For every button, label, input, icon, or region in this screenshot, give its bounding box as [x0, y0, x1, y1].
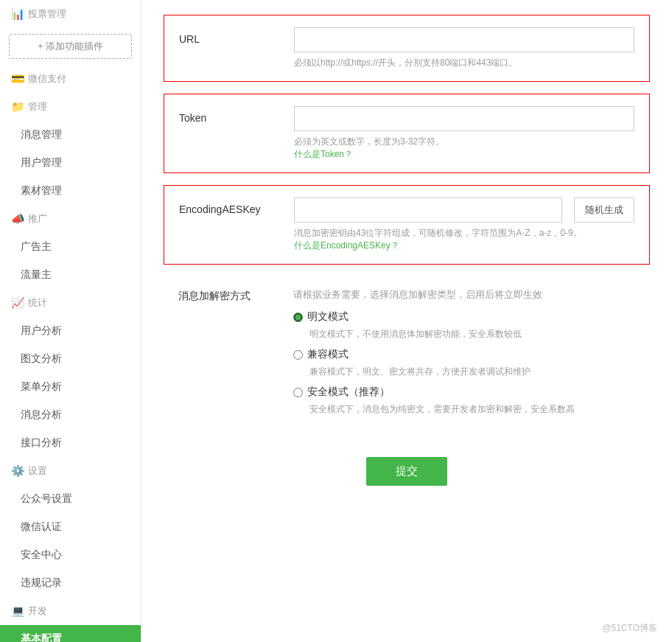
sidebar-section-develop: 💻 开发 [0, 597, 141, 625]
encrypt-label: 消息加解密方式 [178, 288, 281, 303]
encoding-field-wrap: 随机生成 消息加密密钥由43位字符组成，可随机修改，字符范围为A-Z，a-z，0… [294, 198, 634, 252]
radio-secure-label[interactable]: 安全模式（推荐） [307, 385, 390, 399]
encoding-hint: 消息加密密钥由43位字符组成，可随机修改，字符范围为A-Z，a-z，0-9。 什… [294, 227, 634, 252]
sidebar-promote-label: 推广 [28, 212, 47, 226]
footer-watermark: @51CTO博客 [602, 622, 657, 635]
token-label: Token [179, 106, 282, 124]
sidebar-wechat-pay-label: 微信支付 [28, 72, 66, 86]
sidebar-settings-label: 设置 [28, 464, 47, 478]
url-section: URL 必须以http://或https://开头，分别支持80端口和443端口… [164, 15, 650, 82]
sidebar-section-settings: ⚙️ 设置 [0, 457, 141, 485]
sidebar-section-wechat-pay: 💳 微信支付 [0, 65, 141, 93]
radio-compatible: 兼容模式 [293, 348, 635, 361]
encrypt-section: 消息加解密方式 请根据业务需要，选择消息加解密类型，启用后将立即生效 明文模式 … [164, 276, 650, 435]
encoding-link[interactable]: 什么是EncodingAESKey？ [294, 240, 399, 251]
settings-icon: ⚙️ [12, 465, 24, 477]
url-input[interactable] [294, 27, 634, 52]
token-section: Token 必须为英文或数字，长度为3-32字符。 什么是Token？ [164, 94, 650, 173]
sidebar-section-vote-label: 投票管理 [28, 7, 66, 21]
add-plugin-label: + 添加功能插件 [38, 41, 103, 52]
sidebar-item-user-manage[interactable]: 用户管理 [0, 149, 141, 177]
secure-hint: 安全模式下，消息包为纯密文，需要开发者加密和解密，安全系数高 [309, 403, 635, 416]
sidebar-item-violation[interactable]: 违规记录 [0, 569, 141, 597]
sidebar-item-account-settings[interactable]: 公众号设置 [0, 485, 141, 513]
url-label: URL [179, 27, 282, 45]
develop-icon: 💻 [12, 605, 24, 617]
sidebar-section-manage: 📁 管理 [0, 93, 141, 121]
add-plugin-button[interactable]: + 添加功能插件 [9, 34, 132, 59]
sidebar-item-api-analysis[interactable]: 接口分析 [0, 429, 141, 457]
vote-icon: 📊 [12, 8, 24, 20]
encrypt-desc: 请根据业务需要，选择消息加解密类型，启用后将立即生效 [293, 288, 635, 301]
sidebar-section-promote: 📣 推广 [0, 205, 141, 233]
radio-compatible-label[interactable]: 兼容模式 [307, 348, 349, 361]
sidebar-develop-label: 开发 [28, 604, 47, 618]
sidebar-manage-label: 管理 [28, 100, 47, 114]
token-hint: 必须为英文或数字，长度为3-32字符。 什么是Token？ [294, 136, 634, 161]
token-link[interactable]: 什么是Token？ [294, 149, 353, 159]
encrypt-options: 请根据业务需要，选择消息加解密类型，启用后将立即生效 明文模式 明文模式下，不使… [293, 288, 635, 423]
sidebar-item-msg-manage[interactable]: 消息管理 [0, 121, 141, 149]
encoding-row: EncodingAESKey 随机生成 消息加密密钥由43位字符组成，可随机修改… [179, 198, 634, 252]
encrypt-row: 消息加解密方式 请根据业务需要，选择消息加解密类型，启用后将立即生效 明文模式 … [178, 288, 635, 423]
sidebar-item-security[interactable]: 安全中心 [0, 541, 141, 569]
url-row: URL 必须以http://或https://开头，分别支持80端口和443端口… [179, 27, 634, 69]
radio-plaintext-label[interactable]: 明文模式 [307, 310, 349, 324]
encoding-input-row: 随机生成 [294, 198, 634, 223]
sidebar-item-advertiser[interactable]: 广告主 [0, 233, 141, 261]
sidebar: 📊 投票管理 + 添加功能插件 💳 微信支付 📁 管理 消息管理 用户管理 素材… [0, 0, 141, 642]
sidebar-section-vote: 📊 投票管理 [0, 0, 141, 28]
radio-plaintext-input[interactable] [293, 313, 303, 322]
plaintext-hint: 明文模式下，不使用消息体加解密功能，安全系数较低 [309, 328, 635, 341]
encoding-section: EncodingAESKey 随机生成 消息加密密钥由43位字符组成，可随机修改… [164, 185, 650, 265]
url-hint: 必须以http://或https://开头，分别支持80端口和443端口。 [294, 57, 634, 69]
sidebar-item-traffic[interactable]: 流量主 [0, 261, 141, 289]
token-row: Token 必须为英文或数字，长度为3-32字符。 什么是Token？ [179, 106, 634, 161]
sidebar-item-wechat-auth[interactable]: 微信认证 [0, 513, 141, 541]
encoding-input[interactable] [294, 198, 562, 223]
token-input[interactable] [294, 106, 634, 131]
radio-compatible-input[interactable] [293, 350, 303, 360]
random-generate-button[interactable]: 随机生成 [574, 198, 634, 223]
radio-secure: 安全模式（推荐） [293, 385, 635, 399]
sidebar-item-msg-analysis[interactable]: 消息分析 [0, 401, 141, 429]
sidebar-section-stats: 📈 统计 [0, 289, 141, 317]
stats-icon: 📈 [12, 297, 24, 309]
sidebar-stats-label: 统计 [28, 296, 47, 310]
wechat-pay-icon: 💳 [12, 73, 24, 85]
main-content: URL 必须以http://或https://开头，分别支持80端口和443端口… [141, 0, 672, 642]
promote-icon: 📣 [12, 213, 24, 225]
token-field-wrap: 必须为英文或数字，长度为3-32字符。 什么是Token？ [294, 106, 634, 161]
sidebar-item-menu-analysis[interactable]: 菜单分析 [0, 373, 141, 401]
radio-secure-input[interactable] [293, 388, 303, 397]
radio-plaintext: 明文模式 [293, 310, 635, 324]
submit-wrap: 提交 [164, 457, 650, 500]
submit-button[interactable]: 提交 [366, 457, 447, 486]
url-field-wrap: 必须以http://或https://开头，分别支持80端口和443端口。 [294, 27, 634, 69]
sidebar-item-basic-config[interactable]: 基本配置 [0, 625, 141, 642]
compatible-hint: 兼容模式下，明文、密文将共存，方便开发者调试和维护 [309, 366, 635, 378]
sidebar-item-user-analysis[interactable]: 用户分析 [0, 317, 141, 345]
sidebar-item-material-manage[interactable]: 素材管理 [0, 177, 141, 205]
manage-icon: 📁 [12, 101, 24, 113]
encoding-label: EncodingAESKey [179, 198, 282, 215]
sidebar-item-graphic-analysis[interactable]: 图文分析 [0, 345, 141, 373]
